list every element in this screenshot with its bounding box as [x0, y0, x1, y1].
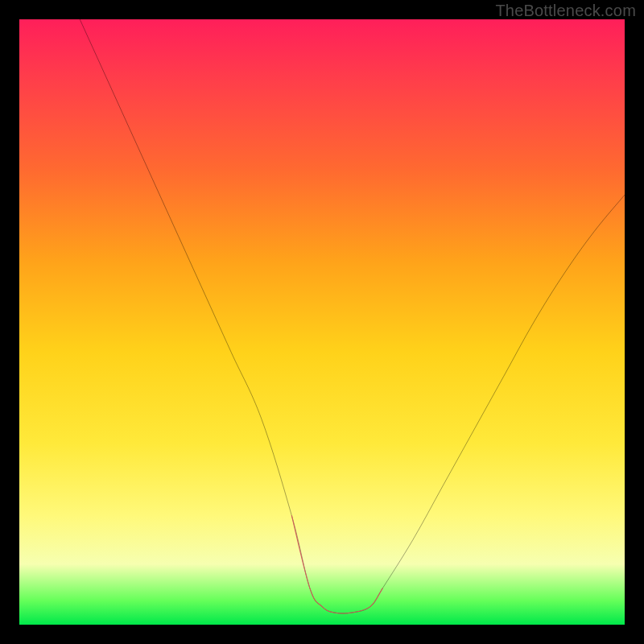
chart-stage: TheBottleneck.com [0, 0, 644, 644]
plot-area [19, 19, 625, 625]
bottleneck-curve-line [80, 19, 625, 613]
valley-highlight-line [291, 516, 382, 613]
plot-svg [19, 19, 625, 625]
watermark-label: TheBottleneck.com [495, 2, 636, 20]
